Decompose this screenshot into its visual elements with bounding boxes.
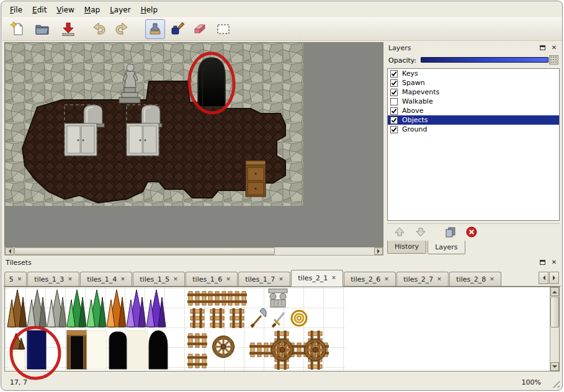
save-button[interactable]	[58, 19, 78, 39]
map-viewport[interactable]	[4, 42, 383, 247]
tileset-vertical-scrollbar[interactable]	[550, 287, 559, 371]
layers-panel: Layers ✕ Opacity: Keys Spawn	[386, 42, 561, 256]
select-tool-button[interactable]	[213, 19, 233, 39]
scroll-up-button[interactable]	[550, 287, 559, 296]
tab-close-icon[interactable]: ✕	[331, 275, 336, 281]
cursor-coordinates: 17, 7	[10, 378, 27, 386]
layer-row-keys[interactable]: Keys	[388, 69, 559, 78]
tileset-tab[interactable]: tiles_2_8 ✕	[449, 272, 501, 286]
layer-row-walkable[interactable]: Walkable	[388, 97, 559, 106]
status-bar: 17, 7 100%	[1, 373, 562, 390]
layer-row-spawn[interactable]: Spawn	[388, 78, 559, 87]
layer-row-objects[interactable]: Objects	[388, 115, 559, 125]
open-file-button[interactable]	[32, 19, 52, 39]
move-layer-up-button[interactable]	[392, 225, 407, 239]
fill-tool-button[interactable]	[168, 19, 187, 39]
layer-row-above[interactable]: Above	[388, 106, 559, 115]
opacity-label: Opacity:	[388, 56, 416, 65]
scroll-down-button[interactable]	[550, 362, 559, 371]
scroll-right-button[interactable]	[374, 247, 383, 255]
layer-checkbox[interactable]	[390, 79, 398, 87]
tab-close-icon[interactable]: ✕	[17, 277, 22, 282]
vertical-scrollbar-thumb[interactable]	[550, 296, 559, 327]
tileset-tab[interactable]: tiles_1_3 ✕	[27, 272, 79, 286]
layer-row-ground[interactable]: Ground	[388, 125, 559, 134]
tab-close-icon[interactable]: ✕	[173, 277, 178, 282]
eraser-tool-icon	[192, 21, 208, 37]
opacity-slider[interactable]	[421, 55, 558, 66]
tileset-tab-label: tiles_1_4	[87, 275, 117, 283]
undo-button[interactable]	[89, 19, 109, 39]
tab-close-icon[interactable]: ✕	[120, 277, 125, 282]
tileset-canvas[interactable]	[4, 287, 560, 372]
horizontal-scrollbar-thumb[interactable]	[14, 247, 275, 255]
layer-checkbox[interactable]	[390, 107, 398, 115]
scroll-left-button[interactable]	[5, 247, 14, 255]
tileset-tab[interactable]: 5 ✕	[4, 272, 27, 286]
stone-plate-sprite	[65, 123, 97, 156]
map-horizontal-scrollbar[interactable]	[4, 247, 383, 256]
close-panel-button[interactable]: ✕	[550, 44, 558, 52]
opacity-slider-handle[interactable]	[549, 55, 558, 65]
menu-help[interactable]: Help	[136, 4, 163, 16]
layer-checkbox[interactable]	[390, 126, 398, 133]
toolbar	[2, 17, 562, 41]
tab-close-icon[interactable]: ✕	[437, 277, 442, 282]
tilesets-panel-titlebar: Tilesets ✕	[3, 257, 561, 268]
layer-checkbox[interactable]	[390, 117, 398, 124]
duplicate-layer-button[interactable]	[443, 225, 458, 239]
tileset-tab-label: tiles_2_6	[351, 275, 380, 283]
tab-close-icon[interactable]: ✕	[226, 277, 231, 282]
tileset-tab[interactable]: tiles_2_6 ✕	[344, 272, 396, 286]
eraser-tool-button[interactable]	[190, 19, 210, 39]
menu-file[interactable]: File	[5, 4, 27, 16]
undo-icon	[91, 21, 107, 37]
delete-layer-button[interactable]	[464, 225, 479, 239]
tileset-tab[interactable]: tiles_1_6 ✕	[186, 272, 238, 286]
dresser-sprite	[246, 161, 266, 197]
layer-label: Above	[402, 107, 424, 115]
tab-history[interactable]: History	[387, 241, 426, 254]
layer-checkbox[interactable]	[390, 70, 398, 78]
redo-button[interactable]	[112, 19, 132, 39]
selected-tile	[27, 331, 46, 369]
stamp-tool-button[interactable]	[145, 19, 165, 39]
tabs-scroll-right-button[interactable]	[549, 272, 559, 284]
new-file-button[interactable]	[7, 19, 27, 39]
resize-grip[interactable]	[550, 378, 560, 388]
layer-row-mapevents[interactable]: Mapevents	[388, 87, 559, 97]
tab-layers[interactable]: Layers	[427, 241, 465, 254]
float-panel-button[interactable]	[538, 259, 547, 267]
tileset-tab[interactable]: tiles_1_7 ✕	[238, 272, 290, 286]
tileset-tab[interactable]: tiles_2_1 ✕	[291, 270, 343, 287]
layer-label: Keys	[402, 69, 418, 78]
layer-label: Walkable	[402, 97, 433, 105]
close-icon: ✕	[552, 259, 557, 265]
tab-close-icon[interactable]: ✕	[490, 277, 495, 282]
float-panel-button[interactable]	[538, 44, 547, 52]
menu-map[interactable]: Map	[79, 4, 105, 16]
tileset-tab-label: tiles_1_5	[140, 275, 169, 283]
menu-view[interactable]: View	[51, 4, 79, 16]
move-layer-down-button[interactable]	[413, 225, 428, 239]
layer-checkbox[interactable]	[390, 98, 398, 105]
opacity-slider-track[interactable]	[421, 57, 548, 63]
open-folder-icon	[34, 21, 50, 37]
tileset-tab[interactable]: tiles_2_7 ✕	[396, 272, 449, 286]
tileset-tab-label: tiles_1_6	[192, 275, 222, 283]
left-arrow-icon	[540, 275, 545, 280]
tabs-scroll-left-button[interactable]	[539, 272, 548, 284]
close-panel-button[interactable]: ✕	[550, 259, 558, 267]
float-icon	[540, 45, 545, 50]
tab-close-icon[interactable]: ✕	[384, 277, 389, 282]
tab-close-icon[interactable]: ✕	[68, 277, 73, 282]
tab-close-icon[interactable]: ✕	[279, 277, 284, 282]
menu-layer[interactable]: Layer	[105, 4, 135, 16]
tileset-tab[interactable]: tiles_1_5 ✕	[133, 272, 185, 286]
up-arrow-icon	[552, 288, 557, 293]
menu-edit[interactable]: Edit	[27, 4, 51, 16]
layer-checkbox[interactable]	[390, 89, 398, 96]
tileset-tab[interactable]: tiles_1_4 ✕	[80, 272, 132, 286]
layer-label: Ground	[402, 125, 427, 133]
tileset-tab-label: tiles_2_7	[403, 275, 433, 283]
